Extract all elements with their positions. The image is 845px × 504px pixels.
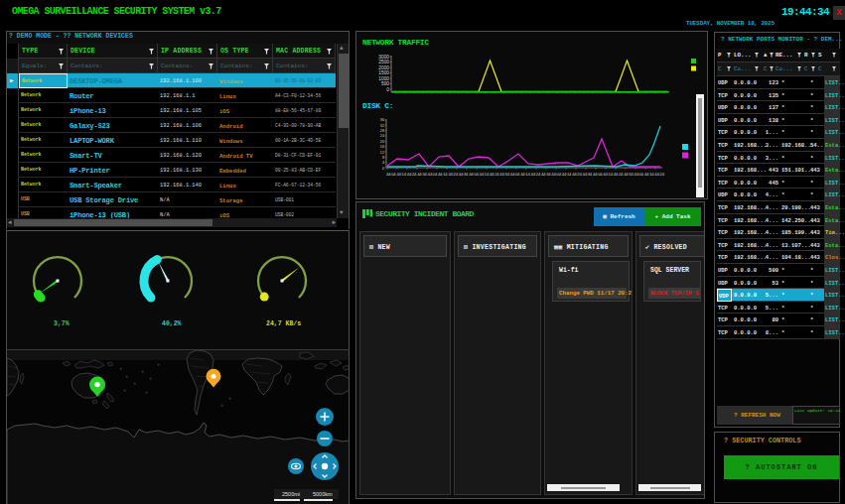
svg-text:44:04 44:14 44:24 44:34 44:04: 44:04 44:14 44:24 44:34 44:04 44:14 44:2… bbox=[386, 172, 665, 177]
svg-text:12: 12 bbox=[380, 151, 384, 155]
svg-text:2000: 2000 bbox=[378, 65, 389, 70]
svg-text:36: 36 bbox=[380, 118, 384, 122]
svg-text:28: 28 bbox=[380, 129, 384, 133]
svg-text:24: 24 bbox=[380, 134, 384, 138]
svg-text:1500: 1500 bbox=[378, 70, 389, 75]
svg-text:32: 32 bbox=[380, 124, 384, 128]
svg-text:0: 0 bbox=[386, 87, 389, 92]
svg-text:1000: 1000 bbox=[378, 76, 389, 81]
svg-text:16: 16 bbox=[380, 145, 384, 149]
svg-text:2500: 2500 bbox=[378, 60, 389, 64]
svg-text:8: 8 bbox=[382, 156, 384, 160]
svg-text:0: 0 bbox=[382, 167, 384, 171]
svg-text:4: 4 bbox=[382, 161, 384, 165]
svg-text:3000: 3000 bbox=[378, 55, 389, 60]
svg-text:20: 20 bbox=[380, 140, 384, 144]
svg-text:500: 500 bbox=[381, 81, 389, 86]
